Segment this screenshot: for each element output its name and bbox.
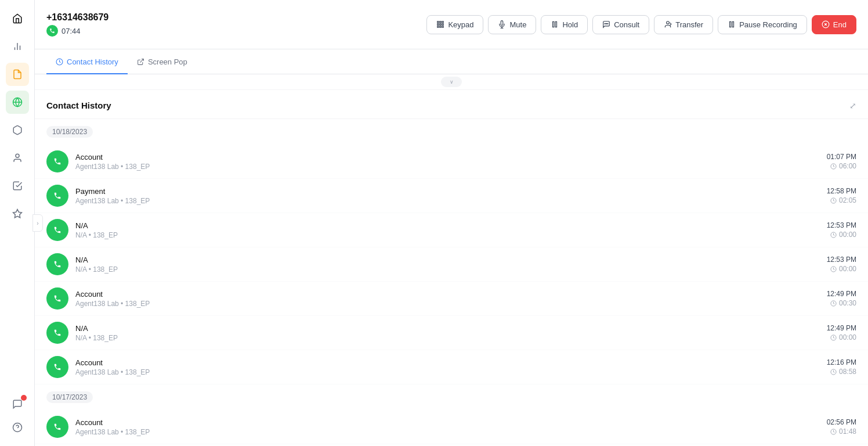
sidebar-collapse-arrow[interactable]: ›	[32, 214, 43, 232]
hold-button[interactable]: Hold	[541, 15, 588, 34]
content-area: Contact History ⤢ 10/18/2023 Account Age…	[35, 90, 868, 446]
svg-rect-17	[442, 26, 443, 27]
svg-rect-10	[440, 21, 441, 23]
tabs-bar: Contact History Screen Pop	[35, 49, 868, 74]
contact-details: Account Agent138 Lab • 138_EP	[75, 153, 827, 171]
contact-item[interactable]: N/A N/A • 138_EP 12:49 PM 00:00	[35, 316, 868, 350]
svg-rect-11	[442, 21, 443, 23]
toolbar: Keypad Mute Hold Consult Transfer Pause …	[426, 15, 856, 34]
contact-duration: 08:58	[827, 368, 856, 376]
contact-details: N/A N/A • 138_EP	[75, 221, 827, 239]
svg-rect-26	[730, 21, 731, 27]
contact-duration: 02:05	[827, 196, 856, 204]
contact-item[interactable]: Account Agent138 Lab • 138_EP 12:16 PM 0…	[35, 350, 868, 384]
contact-details: Payment Agent138 Lab • 138_EP	[75, 187, 827, 205]
contact-meta: 12:53 PM 00:00	[827, 256, 856, 273]
contact-avatar	[46, 150, 68, 172]
svg-rect-21	[556, 21, 557, 27]
panel-title: Contact History	[46, 100, 111, 110]
svg-rect-12	[437, 24, 439, 25]
sidebar-bottom	[6, 393, 29, 439]
contact-avatar	[46, 416, 68, 438]
svg-rect-16	[440, 26, 441, 27]
contact-avatar	[46, 219, 68, 241]
sidebar-item-packages[interactable]	[6, 118, 29, 142]
svg-point-24	[607, 23, 608, 24]
contact-duration: 00:00	[827, 333, 856, 341]
expand-icon[interactable]: ⤢	[849, 101, 856, 110]
svg-point-25	[667, 21, 670, 24]
contact-avatar	[46, 287, 68, 310]
contact-details: Account Agent138 Lab • 138_EP	[75, 290, 827, 308]
svg-rect-15	[437, 26, 439, 27]
contact-item[interactable]: Payment Agent138 Lab • 138_EP 12:58 PM 0…	[35, 179, 868, 213]
date-divider-1: 10/18/2023	[35, 119, 868, 145]
svg-marker-6	[13, 210, 21, 218]
sidebar-item-analytics[interactable]	[6, 35, 29, 58]
contact-avatar	[46, 253, 68, 275]
contact-avatar	[46, 185, 68, 207]
sidebar-item-globe[interactable]	[6, 91, 29, 114]
contact-avatar	[46, 322, 68, 344]
sidebar-item-home[interactable]	[6, 7, 29, 30]
svg-line-32	[140, 59, 143, 63]
contact-item[interactable]: Account Agent138 Lab • 138_EP 12:49 PM 0…	[35, 282, 868, 316]
call-icon	[46, 25, 58, 37]
sidebar-item-tasks[interactable]	[6, 174, 29, 197]
collapse-button[interactable]: ∨	[441, 77, 462, 87]
svg-point-23	[605, 23, 605, 24]
contact-item[interactable]: Account Agent138 Lab • 138_EP 01:07 PM 0…	[35, 145, 868, 179]
contact-item[interactable]: Account Agent138 Lab • 138_EP 02:56 PM 0…	[35, 410, 868, 444]
date-badge-1: 10/18/2023	[46, 126, 93, 138]
chat-badge	[21, 395, 27, 401]
sidebar	[0, 0, 35, 446]
contact-details: Account Agent138 Lab • 138_EP	[75, 418, 827, 436]
contact-item[interactable]: N/A N/A • 138_EP 12:53 PM 00:00	[35, 247, 868, 282]
contact-duration: 06:00	[827, 162, 856, 170]
sidebar-item-notes[interactable]	[6, 63, 29, 86]
sidebar-item-users[interactable]	[6, 146, 29, 170]
call-timer: 07:44	[46, 25, 108, 37]
contact-meta: 02:56 PM 01:48	[827, 418, 856, 436]
contact-duration: 00:00	[827, 231, 856, 239]
top-bar: +16314638679 07:44 Keypad Mute Hold	[35, 0, 868, 49]
pause-recording-button[interactable]: Pause Recording	[718, 15, 807, 34]
date-divider-2: 10/17/2023	[35, 384, 868, 410]
contact-meta: 12:49 PM 00:00	[827, 324, 856, 341]
tab-screen-pop[interactable]: Screen Pop	[128, 49, 197, 74]
contact-avatar	[46, 356, 68, 378]
sidebar-item-star[interactable]	[6, 202, 29, 225]
contact-meta: 01:07 PM 06:00	[827, 153, 856, 170]
svg-rect-9	[437, 21, 439, 23]
contact-duration: 00:30	[827, 299, 856, 307]
contact-item[interactable]: N/A N/A • 138_EP 12:53 PM 00:00	[35, 213, 868, 247]
svg-point-5	[16, 154, 19, 157]
panel-header: Contact History ⤢	[35, 90, 868, 119]
contact-details: N/A N/A • 138_EP	[75, 256, 827, 274]
call-info: +16314638679 07:44	[46, 12, 108, 37]
svg-rect-27	[732, 21, 733, 27]
contact-meta: 12:53 PM 00:00	[827, 221, 856, 239]
consult-button[interactable]: Consult	[592, 15, 649, 34]
date-badge-2: 10/17/2023	[46, 391, 93, 403]
call-timer-text: 07:44	[62, 27, 81, 35]
sidebar-item-help[interactable]	[6, 416, 29, 439]
transfer-button[interactable]: Transfer	[654, 15, 713, 34]
contact-duration: 01:48	[827, 427, 856, 436]
main-content: +16314638679 07:44 Keypad Mute Hold	[35, 0, 868, 446]
keypad-button[interactable]: Keypad	[426, 15, 483, 34]
svg-rect-13	[440, 24, 441, 25]
mute-button[interactable]: Mute	[488, 15, 536, 34]
phone-number: +16314638679	[46, 12, 108, 23]
svg-rect-14	[442, 24, 443, 25]
collapse-row: ∨	[35, 74, 868, 90]
contact-meta: 12:16 PM 08:58	[827, 358, 856, 376]
contact-meta: 12:49 PM 00:30	[827, 290, 856, 307]
tab-contact-history[interactable]: Contact History	[46, 49, 128, 74]
contact-duration: 00:00	[827, 265, 856, 273]
contact-history-panel: Contact History ⤢ 10/18/2023 Account Age…	[35, 90, 868, 446]
end-button[interactable]: End	[812, 15, 856, 34]
contact-details: Account Agent138 Lab • 138_EP	[75, 358, 827, 376]
sidebar-item-chat[interactable]	[6, 393, 29, 416]
svg-rect-20	[553, 21, 554, 27]
